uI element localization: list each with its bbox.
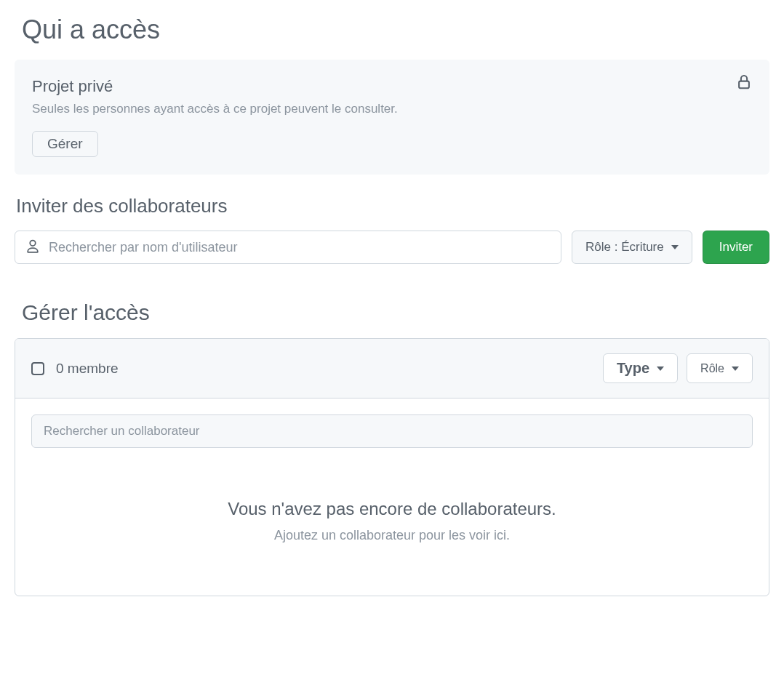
visibility-card: Projet privé Seules les personnes ayant …	[15, 60, 769, 175]
invite-button[interactable]: Inviter	[703, 231, 769, 264]
caret-down-icon	[657, 366, 664, 371]
empty-state: Vous n'avez pas encore de collaborateurs…	[31, 448, 753, 580]
invite-search-input[interactable]	[49, 240, 551, 255]
manage-visibility-button[interactable]: Gérer	[32, 131, 98, 157]
person-icon	[25, 239, 49, 256]
role-filter-label: Rôle	[700, 362, 724, 375]
manage-access-panel: 0 membre Type Rôle Vous n'avez pas encor…	[15, 338, 769, 596]
manage-access-body: Vous n'avez pas encore de collaborateurs…	[15, 398, 769, 596]
invite-row: Rôle : Écriture Inviter	[15, 231, 769, 264]
role-dropdown-label: Rôle : Écriture	[585, 240, 664, 255]
manage-access-header: 0 membre Type Rôle	[15, 339, 769, 398]
svg-rect-0	[739, 81, 749, 89]
empty-state-subtitle: Ajoutez un collaborateur pour les voir i…	[46, 528, 738, 543]
visibility-title: Projet privé	[32, 77, 752, 96]
invite-section-title: Inviter des collaborateurs	[16, 195, 769, 217]
caret-down-icon	[671, 245, 679, 249]
invite-search-wrap[interactable]	[15, 231, 561, 264]
caret-down-icon	[732, 366, 739, 371]
page-title: Qui a accès	[22, 15, 769, 45]
type-filter-label: Type	[617, 360, 649, 377]
member-count: 0 membre	[56, 361, 119, 377]
visibility-description: Seules les personnes ayant accès à ce pr…	[32, 102, 752, 116]
select-all-checkbox[interactable]	[31, 362, 44, 375]
collaborator-search-input[interactable]	[31, 414, 753, 448]
role-dropdown[interactable]: Rôle : Écriture	[572, 231, 692, 264]
role-filter-button[interactable]: Rôle	[687, 353, 753, 383]
manage-section-title: Gérer l'accès	[22, 300, 769, 325]
type-filter-button[interactable]: Type	[603, 353, 678, 383]
empty-state-title: Vous n'avez pas encore de collaborateurs…	[46, 499, 738, 519]
